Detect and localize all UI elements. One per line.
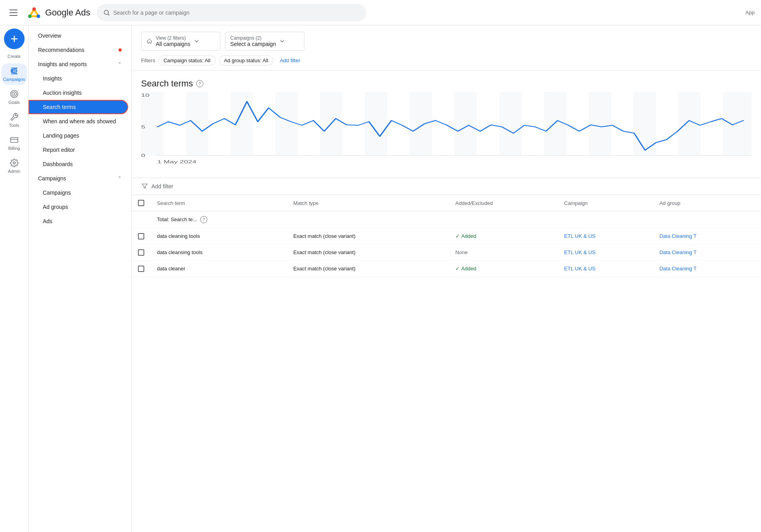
nav-ads[interactable]: Ads	[29, 214, 131, 228]
svg-rect-10	[10, 138, 17, 143]
row3-status: ✓ Added	[455, 266, 551, 272]
sidebar-item-billing[interactable]: Billing	[2, 132, 27, 154]
campaign-dropdown-content: Campaigns (2) Select a campaign	[230, 35, 276, 47]
row3-match-type: Exact match (close variant)	[287, 261, 449, 277]
billing-sidebar-label: Billing	[8, 146, 20, 151]
row2-adgroup-link[interactable]: Data Cleaning T	[660, 249, 697, 255]
row3-campaign-link[interactable]: ETL UK & US	[564, 266, 595, 272]
svg-rect-14	[141, 92, 163, 155]
svg-point-2	[36, 14, 40, 18]
row2-checkbox-cell	[132, 245, 151, 261]
svg-point-3	[33, 7, 36, 11]
campaigns-section-chevron: ⌃	[118, 176, 122, 181]
svg-line-5	[108, 14, 109, 15]
nav-dashboards[interactable]: Dashboards	[29, 157, 131, 171]
svg-text:1 May 2024: 1 May 2024	[157, 159, 197, 164]
table-filter-bar: Add filter	[132, 178, 761, 195]
row1-campaign-link[interactable]: ETL UK & US	[564, 233, 595, 239]
logo-area: Google Ads	[27, 6, 90, 20]
table-row: data cleaner Exact match (close variant)…	[132, 261, 761, 277]
th-added-excluded[interactable]: Added/Excluded	[449, 195, 558, 211]
svg-point-1	[28, 14, 32, 18]
home-icon	[146, 38, 153, 44]
nav-search-terms[interactable]: Search terms	[29, 100, 128, 114]
row1-match-type: Exact match (close variant)	[287, 228, 449, 245]
search-terms-chart: 10 5 0 1 May 2024	[141, 92, 751, 171]
nav-landing-pages[interactable]: Landing pages	[29, 128, 131, 143]
admin-sidebar-label: Admin	[8, 169, 20, 174]
svg-point-9	[13, 93, 15, 95]
nav-campaigns-section-header[interactable]: Campaigns ⌃	[29, 171, 131, 186]
ad-group-status-chip[interactable]: Ad group status: All	[219, 55, 273, 65]
search-bar[interactable]	[97, 4, 366, 21]
create-label: Create	[8, 54, 21, 59]
campaign-status-chip[interactable]: Campaign status: All	[158, 55, 216, 65]
app-title: Google Ads	[45, 8, 90, 18]
row1-checkbox[interactable]	[138, 233, 144, 239]
row1-checkmark: ✓	[455, 233, 460, 239]
campaigns-sidebar-label: Campaigns	[3, 77, 25, 82]
campaign-filter-dropdown[interactable]: Campaigns (2) Select a campaign	[225, 32, 304, 51]
nav-insights[interactable]: Insights	[29, 71, 131, 86]
sidebar-item-goals[interactable]: Goals	[2, 86, 27, 108]
sidebar-item-tools[interactable]: Tools	[2, 109, 27, 131]
help-icon[interactable]: ?	[196, 80, 203, 87]
topbar: Google Ads App	[0, 0, 761, 25]
nav-sidebar: Overview Recommendations Insights and re…	[29, 25, 132, 532]
row3-checkbox[interactable]	[138, 266, 144, 272]
row1-added-excluded: ✓ Added	[449, 228, 558, 245]
row2-campaign: ETL UK & US	[558, 245, 653, 261]
row2-campaign-link[interactable]: ETL UK & US	[564, 249, 595, 255]
hamburger-menu[interactable]	[6, 6, 21, 19]
row2-match-type: Exact match (close variant)	[287, 245, 449, 261]
view-dropdown-arrow-icon	[193, 38, 200, 44]
total-row-help-icon[interactable]: ?	[200, 216, 207, 223]
svg-text:5: 5	[141, 124, 145, 129]
goals-icon	[10, 90, 19, 98]
total-row-added	[449, 211, 558, 228]
row3-adgroup-link[interactable]: Data Cleaning T	[660, 266, 697, 272]
tools-sidebar-label: Tools	[9, 123, 19, 128]
nav-ad-groups[interactable]: Ad groups	[29, 200, 131, 214]
tools-icon	[10, 113, 19, 121]
th-ad-group[interactable]: Ad group	[653, 195, 761, 211]
table-section: Add filter Search term Match type Added/…	[132, 178, 761, 277]
row1-checkbox-cell	[132, 228, 151, 245]
row2-checkbox[interactable]	[138, 249, 144, 256]
create-button[interactable]	[4, 29, 25, 49]
view-dropdown-content: View (2 filters) All campaigns	[156, 35, 190, 47]
svg-rect-19	[365, 92, 387, 155]
select-all-checkbox[interactable]	[138, 200, 144, 206]
goals-sidebar-label: Goals	[8, 100, 20, 105]
nav-recommendations[interactable]: Recommendations	[29, 43, 131, 57]
admin-icon	[10, 159, 19, 167]
row3-campaign: ETL UK & US	[558, 261, 653, 277]
billing-icon	[10, 136, 19, 144]
page-header: Search terms ?	[132, 71, 761, 92]
nav-campaigns-item[interactable]: Campaigns	[29, 186, 131, 200]
svg-rect-22	[499, 92, 521, 155]
total-row-campaign	[558, 211, 653, 228]
table-add-filter-button[interactable]: Add filter	[151, 183, 173, 189]
search-input[interactable]	[113, 10, 360, 16]
th-campaign[interactable]: Campaign	[558, 195, 653, 211]
nav-auction-insights[interactable]: Auction insights	[29, 86, 131, 100]
th-search-term[interactable]: Search term	[151, 195, 287, 211]
nav-overview[interactable]: Overview	[29, 29, 131, 43]
th-match-type[interactable]: Match type	[287, 195, 449, 211]
table-row: data cleansing tools Exact match (close …	[132, 245, 761, 261]
topbar-right-text: App	[746, 10, 755, 15]
nav-report-editor[interactable]: Report editor	[29, 143, 131, 157]
sidebar-item-admin[interactable]: Admin	[2, 155, 27, 177]
sidebar-item-campaigns[interactable]: Campaigns	[2, 63, 27, 85]
view-filter-dropdown[interactable]: View (2 filters) All campaigns	[141, 32, 220, 51]
row1-search-term: data cleaning tools	[151, 228, 287, 245]
total-row-adgroup	[653, 211, 761, 228]
nav-when-where-ads[interactable]: When and where ads showed	[29, 114, 131, 128]
search-icon	[103, 9, 110, 16]
nav-insights-reports-header[interactable]: Insights and reports ⌃	[29, 57, 131, 71]
row1-adgroup-link[interactable]: Data Cleaning T	[660, 233, 697, 239]
row2-added-excluded: None	[449, 245, 558, 261]
filter-bar: View (2 filters) All campaigns Campaigns…	[132, 25, 761, 51]
add-filter-button[interactable]: Add filter	[277, 56, 303, 65]
